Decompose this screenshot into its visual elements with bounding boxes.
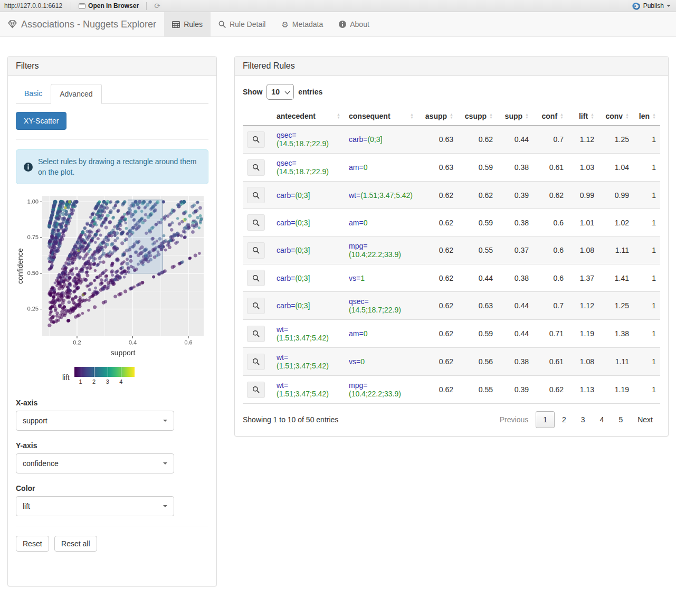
open-in-browser-button[interactable]: Open in Browser	[74, 2, 143, 10]
page-button-2[interactable]: 2	[555, 411, 574, 428]
lift-cell: 1.08	[568, 236, 598, 264]
column-header-conf[interactable]: conf▲▼	[533, 107, 568, 126]
consequent-attr: am=	[349, 329, 364, 338]
filters-panel-title: Filters	[8, 56, 216, 76]
asupp-cell: 0.62	[418, 264, 458, 292]
gem-icon	[8, 20, 17, 29]
rules-table-header-row: antecedent▲▼consequent▲▼asupp▲▼csupp▲▼su…	[243, 107, 660, 126]
conv-cell: 1.25	[598, 126, 633, 154]
page-length-value: 10	[271, 88, 280, 96]
inspect-rule-button[interactable]	[247, 298, 265, 314]
lift-cell: 0.99	[568, 182, 598, 209]
app-url: http://127.0.0.1:6612	[0, 2, 68, 10]
table-footer: Showing 1 to 10 of 50 entries Previous12…	[243, 411, 660, 428]
asupp-cell: 0.62	[418, 209, 458, 236]
csupp-cell: 0.62	[458, 126, 497, 154]
inspect-rule-button[interactable]	[247, 354, 265, 370]
inspect-rule-button[interactable]	[247, 131, 265, 148]
rule-row[interactable]: carb=(0;3]mpg=(10.4;22.2;33.9)0.620.550.…	[243, 236, 660, 264]
antecedent-value: (0;3]	[295, 191, 310, 200]
y-axis-select[interactable]: confidence	[16, 453, 174, 473]
column-header-asupp[interactable]: asupp▲▼	[418, 107, 458, 126]
antecedent-value: (1.51;3.47;5.42)	[277, 390, 329, 398]
publish-button[interactable]: Publish	[632, 2, 676, 10]
column-header-len[interactable]: len▲▼	[633, 107, 660, 126]
antecedent-value: (1.51;3.47;5.42)	[277, 362, 329, 370]
page-button-3[interactable]: 3	[574, 411, 593, 428]
conf-cell: 0.6	[533, 264, 568, 292]
csupp-cell: 0.59	[458, 154, 497, 182]
rule-row[interactable]: qsec=(14.5;18.7;22.9)am=00.630.590.380.6…	[243, 154, 660, 182]
rule-row[interactable]: qsec=(14.5;18.7;22.9)carb=(0;3]0.630.620…	[243, 126, 660, 154]
antecedent-attr: qsec=	[277, 131, 297, 139]
column-header-lift[interactable]: lift▲▼	[568, 107, 598, 126]
page-button-1[interactable]: 1	[536, 411, 555, 428]
column-header-csupp[interactable]: csupp▲▼	[458, 107, 497, 126]
supp-cell: 0.39	[497, 376, 533, 404]
antecedent-attr: wt=	[277, 381, 288, 390]
antecedent-cell: carb=(0;3]	[272, 264, 345, 292]
rule-row[interactable]: carb=(0;3]vs=10.620.440.380.61.371.411	[243, 264, 660, 292]
inspect-rule-button[interactable]	[247, 382, 265, 398]
magnifier-icon	[252, 386, 260, 393]
page-button-4[interactable]: 4	[593, 411, 612, 428]
rule-row[interactable]: carb=(0;3]am=00.620.590.380.61.011.021	[243, 209, 660, 236]
tab-rules[interactable]: Rules	[164, 12, 211, 36]
antecedent-cell: wt=(1.51;3.47;5.42)	[272, 320, 345, 348]
filters-tab-basic[interactable]: Basic	[16, 84, 51, 104]
asupp-cell: 0.63	[418, 154, 458, 182]
xy-scatter-button[interactable]: XY-Scatter	[16, 112, 66, 130]
rule-row[interactable]: carb=(0;3]wt=(1.51;3.47;5.42)0.620.620.3…	[243, 182, 660, 209]
filters-tabbar: Basic Advanced	[16, 84, 208, 104]
inspect-rule-button[interactable]	[247, 326, 265, 342]
consequent-value: (0;3]	[367, 135, 382, 144]
app-title: Associations - Nuggets Explorer	[21, 19, 156, 30]
antecedent-attr: qsec=	[277, 159, 297, 167]
page-button-5[interactable]: 5	[611, 411, 630, 428]
color-selected-value: lift	[23, 502, 30, 510]
magnifier-icon	[252, 192, 260, 199]
rule-row[interactable]: wt=(1.51;3.47;5.42)mpg=(10.4;22.2;33.9)0…	[243, 376, 660, 404]
antecedent-cell: qsec=(14.5;18.7;22.9)	[272, 154, 345, 182]
len-cell: 1	[633, 348, 660, 376]
sort-icon: ▲▼	[625, 113, 629, 119]
consequent-cell: qsec=(14.5;18.7;22.9)	[345, 292, 418, 320]
inspect-rule-button[interactable]	[247, 270, 265, 286]
column-header-conv[interactable]: conv▲▼	[598, 107, 633, 126]
column-header-antecedent[interactable]: antecedent▲▼	[272, 107, 345, 126]
lift-colorbar-ticks: 1234	[74, 377, 135, 385]
inspect-rule-button[interactable]	[247, 187, 265, 203]
antecedent-attr: carb=	[277, 301, 295, 310]
sort-icon: ▲▼	[337, 113, 340, 119]
reset-all-button[interactable]: Reset all	[54, 536, 97, 552]
inspect-rule-button[interactable]	[247, 159, 265, 176]
conf-cell: 0.61	[533, 154, 568, 182]
tab-metadata[interactable]: ⚙ Metadata	[273, 12, 331, 36]
rule-row[interactable]: carb=(0;3]qsec=(14.5;18.7;22.9)0.620.630…	[243, 292, 660, 320]
supp-cell: 0.44	[497, 126, 533, 154]
x-axis-select[interactable]: support	[16, 411, 174, 431]
consequent-attr: mpg=	[349, 242, 367, 250]
consequent-value: (14.5;18.7;22.9)	[349, 306, 401, 314]
column-header-consequent[interactable]: consequent▲▼	[345, 107, 418, 126]
consequent-cell: mpg=(10.4;22.2;33.9)	[345, 236, 418, 264]
rule-row[interactable]: wt=(1.51;3.47;5.42)am=00.620.590.440.711…	[243, 320, 660, 348]
consequent-cell: am=0	[345, 154, 418, 182]
tab-rule-detail[interactable]: Rule Detail	[211, 12, 273, 36]
chevron-down-icon	[163, 505, 167, 507]
next-page-button[interactable]: Next	[630, 411, 660, 428]
tab-about[interactable]: About	[331, 12, 377, 36]
previous-page-button[interactable]: Previous	[492, 411, 536, 428]
inspect-rule-button[interactable]	[247, 242, 265, 259]
filters-tab-advanced[interactable]: Advanced	[51, 84, 101, 104]
reset-button[interactable]: Reset	[16, 536, 49, 552]
color-select[interactable]: lift	[16, 496, 174, 516]
inspect-rule-button[interactable]	[247, 214, 265, 231]
len-cell: 1	[633, 292, 660, 320]
column-header-supp[interactable]: supp▲▼	[497, 107, 533, 126]
chevron-down-icon	[163, 420, 167, 422]
refresh-icon[interactable]: ⟳	[150, 2, 165, 10]
page-length-select[interactable]: 10	[266, 84, 294, 100]
rule-row[interactable]: wt=(1.51;3.47;5.42)vs=00.620.560.380.611…	[243, 348, 660, 376]
scatter-plot[interactable]	[16, 193, 207, 362]
